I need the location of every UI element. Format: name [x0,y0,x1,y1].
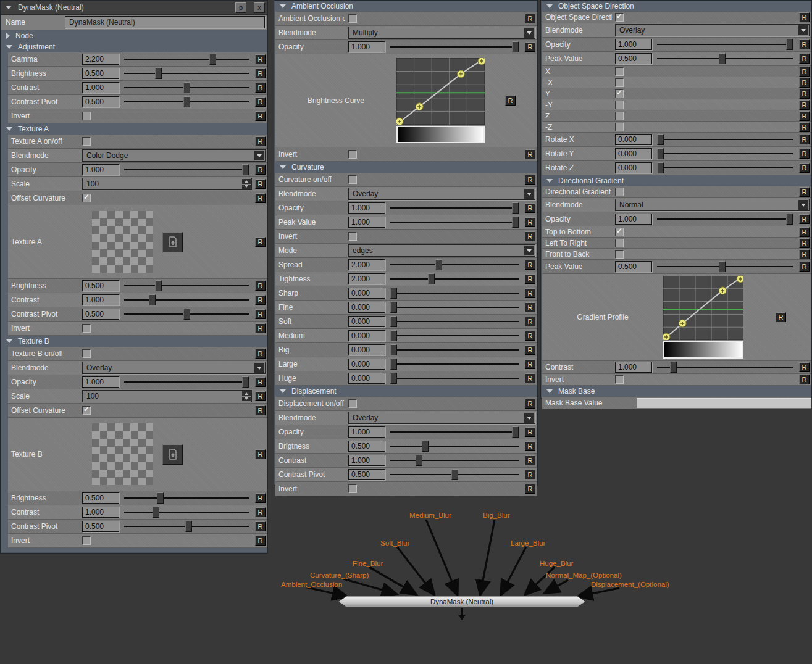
reset-button[interactable]: R [255,309,266,319]
peak-value-slider[interactable] [657,53,793,64]
y-checkbox[interactable] [615,89,624,98]
contrast-pivot-slider[interactable] [124,96,249,107]
input-connection-displacement-optional[interactable] [579,588,619,596]
slider-thumb[interactable] [657,148,664,159]
gamma-value-field[interactable]: 2.200 [82,54,119,65]
brightness-curve-curve-editor[interactable] [396,58,485,143]
reset-button[interactable]: R [799,163,810,173]
import-texture-button[interactable] [162,232,183,252]
peak-value-value-field[interactable]: 0.500 [615,261,652,272]
input-connection-curvature-sharp[interactable] [343,579,395,594]
reset-button[interactable]: R [525,399,535,409]
contrast-value-field[interactable]: 1.000 [615,362,652,373]
dropdown-arrow-icon[interactable] [798,200,808,210]
reset-button[interactable]: R [799,122,810,132]
reset-button[interactable]: R [255,165,266,175]
blendmode-dropdown[interactable]: Overlay [82,362,266,374]
contrast-value-field[interactable]: 1.000 [82,294,119,305]
reset-button[interactable]: R [255,391,266,401]
z-checkbox[interactable] [615,123,624,131]
dynamask-node[interactable] [338,596,585,607]
dropdown-arrow-icon[interactable] [524,28,534,38]
reset-button[interactable]: R [799,187,810,197]
soft-value-field[interactable]: 0.000 [348,316,385,327]
input-label-medium-blur[interactable]: Medium_Blur [409,512,451,519]
section-collapsed-icon[interactable] [6,33,10,39]
opacity-slider[interactable] [124,164,249,175]
slider-thumb[interactable] [390,330,397,341]
contrast-pivot-value-field[interactable]: 0.500 [82,309,119,320]
section-expanded-icon[interactable] [546,4,553,8]
input-label-soft-blur[interactable]: Soft_Blur [380,539,409,547]
reset-button[interactable]: R [525,317,535,326]
section-expanded-icon[interactable] [6,45,12,49]
contrast-slider[interactable] [124,82,249,93]
input-connection-normal-map-optional[interactable] [546,580,568,592]
sharp-value-field[interactable]: 0.000 [348,288,385,299]
brigtness-slider[interactable] [390,441,519,452]
slider-thumb[interactable] [786,214,793,225]
contrast-slider[interactable] [124,294,249,305]
opacity-slider[interactable] [390,426,519,438]
reset-button[interactable]: R [525,345,535,355]
blendmode-dropdown[interactable]: Overlay [348,188,535,200]
contrast-pivot-slider[interactable] [124,521,249,532]
slider-thumb[interactable] [390,316,397,327]
reset-button[interactable]: R [799,100,810,110]
reset-button[interactable]: R [799,375,810,384]
reset-button[interactable]: R [525,149,535,159]
contrast-slider[interactable] [124,507,249,518]
reset-button[interactable]: R [255,521,266,531]
reset-button[interactable]: R [799,111,810,121]
spread-value-field[interactable]: 2.000 [348,259,385,270]
brightness-value-field[interactable]: 0.500 [82,68,119,79]
opacity-slider[interactable] [390,41,519,52]
reset-button[interactable]: R [799,362,810,372]
input-label-curvature-sharp[interactable]: Curvature_(Sharp) [310,571,369,579]
close-button[interactable]: x [254,2,265,13]
reset-button[interactable]: R [525,288,535,298]
peak-value-slider[interactable] [390,217,519,228]
input-connection-big-blur[interactable] [480,520,495,594]
invert-checkbox[interactable] [82,324,91,333]
slider-thumb[interactable] [209,54,216,65]
slider-thumb[interactable] [157,492,164,504]
dropdown-arrow-icon[interactable] [524,246,534,255]
slider-thumb[interactable] [786,39,793,50]
slider-thumb[interactable] [428,273,435,284]
slider-thumb[interactable] [185,521,192,532]
reset-button[interactable]: R [776,312,786,322]
opacity-value-field[interactable]: 1.000 [348,426,385,438]
slider-thumb[interactable] [149,294,156,305]
reset-button[interactable]: R [525,42,535,52]
section-header-node[interactable]: Node [1,30,267,41]
slider-thumb[interactable] [512,41,519,52]
blendmode-dropdown[interactable]: Color Dodge [82,149,266,162]
y-checkbox[interactable] [615,101,624,109]
section-expanded-icon[interactable] [280,165,286,169]
section-header-curvature[interactable]: Curvature [274,162,537,173]
opacity-value-field[interactable]: 1.000 [82,376,119,388]
section-header-directional-gradient[interactable]: Directional Gradient [541,175,811,186]
displacement-on-off-checkbox[interactable] [348,399,357,408]
dropdown-arrow-icon[interactable] [254,363,264,373]
rotate-x-value-field[interactable]: 0.000 [615,134,652,145]
reset-button[interactable]: R [525,470,535,479]
blendmode-dropdown[interactable]: Overlay [348,412,535,424]
reset-button[interactable]: R [799,227,810,237]
section-expanded-icon[interactable] [546,179,553,183]
reset-button[interactable]: R [255,493,266,503]
rotate-y-value-field[interactable]: 0.000 [615,148,652,159]
reset-button[interactable]: R [525,302,535,312]
invert-checkbox[interactable] [615,375,624,384]
blendmode-dropdown[interactable]: Overlay [615,24,810,36]
slider-thumb[interactable] [416,455,422,466]
dropdown-arrow-icon[interactable] [798,25,808,35]
contrast-pivot-value-field[interactable]: 0.500 [82,521,119,532]
large-value-field[interactable]: 0.000 [348,359,385,370]
slider-thumb[interactable] [390,302,397,313]
input-label-normal-map-optional[interactable]: Normal_Map_(Optional) [546,571,622,579]
scale-spinner-field[interactable]: 100 [82,390,252,402]
slider-thumb[interactable] [153,507,159,518]
blendmode-dropdown[interactable]: Normal [615,199,810,211]
